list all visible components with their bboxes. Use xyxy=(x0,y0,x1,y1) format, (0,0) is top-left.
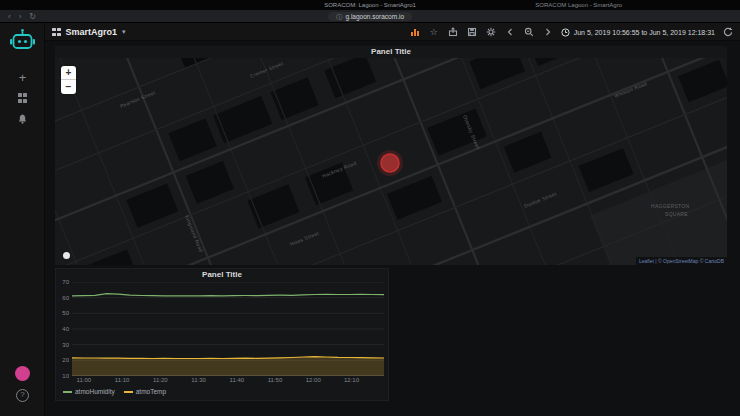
share-button[interactable] xyxy=(447,25,459,39)
screen: SORACOM: Lagoon - SmartAgro1 SORACOM Lag… xyxy=(0,0,740,416)
sidebar-item-alerting[interactable] xyxy=(0,113,45,125)
x-tick-label: 11:30 xyxy=(191,377,206,383)
sidebar: + ? xyxy=(0,23,45,416)
x-tick-label: 11:10 xyxy=(115,377,130,383)
x-tick-label: 11:00 xyxy=(77,377,92,383)
soracom-lagoon-logo-icon xyxy=(9,27,36,54)
legend-swatch xyxy=(124,391,133,393)
sidebar-item-create[interactable]: + xyxy=(0,71,45,84)
url-text: g.lagoon.soracom.io xyxy=(345,13,404,20)
zoom-out-icon xyxy=(524,27,534,37)
legend-swatch xyxy=(63,391,72,393)
reload-icon[interactable]: ↻ xyxy=(29,10,36,23)
sidebar-item-dashboards[interactable] xyxy=(0,93,45,103)
x-tick-label: 11:50 xyxy=(268,377,283,383)
y-tick-label: 70 xyxy=(62,279,69,285)
y-tick-label: 20 xyxy=(62,357,69,363)
y-tick-label: 50 xyxy=(62,310,69,316)
site-info-icon[interactable]: ⓘ xyxy=(336,13,343,20)
map[interactable]: Pearson StreetCremer StreetHackney RoadK… xyxy=(55,58,727,265)
attribution-toggle[interactable] xyxy=(63,252,70,259)
share-icon xyxy=(448,27,458,37)
legend-label: atmoTemp xyxy=(136,388,166,395)
map-panel-title[interactable]: Panel Title xyxy=(55,46,727,58)
browser-tab[interactable]: SORACOM: Lagoon - SmartAgro1 xyxy=(0,0,740,10)
tab-title: SORACOM: Lagoon - SmartAgro1 xyxy=(324,2,416,8)
plot-area[interactable] xyxy=(72,282,384,376)
sidebar-logo[interactable] xyxy=(0,27,45,54)
dashboard-icon xyxy=(52,28,61,37)
browser-nav-controls: ‹ › ↻ xyxy=(8,10,36,23)
street-label: HAGGERSTON xyxy=(651,203,690,209)
zoom-out-button[interactable] xyxy=(523,25,535,39)
chevron-down-icon[interactable]: ▾ xyxy=(122,28,126,36)
settings-button[interactable] xyxy=(485,25,497,39)
x-tick-label: 12:10 xyxy=(344,377,359,383)
gear-icon xyxy=(486,27,496,37)
dashboards-icon xyxy=(18,93,28,103)
y-tick-label: 40 xyxy=(62,326,69,332)
legend-label: atmoHumidity xyxy=(75,388,115,395)
x-tick-label: 12:00 xyxy=(306,377,321,383)
bar-chart-icon xyxy=(410,27,420,37)
clock-icon xyxy=(561,28,570,37)
graph-panel-title[interactable]: Panel Title xyxy=(56,269,388,281)
bar-chart-button[interactable] xyxy=(409,25,421,39)
map-panel: Panel Title xyxy=(55,46,727,265)
y-tick-label: 10 xyxy=(62,373,69,379)
time-series-chart xyxy=(72,282,384,376)
time-range-picker[interactable]: Jun 5, 2019 10:56:55 to Jun 5, 2019 12:1… xyxy=(561,28,715,37)
save-icon xyxy=(467,27,477,37)
legend-item-atmoHumidity[interactable]: atmoHumidity xyxy=(63,388,115,395)
sidebar-item-profile[interactable] xyxy=(0,366,45,381)
y-tick-label: 30 xyxy=(62,342,69,348)
chart-legend: atmoHumidityatmoTemp xyxy=(63,388,166,395)
chevron-left-icon xyxy=(506,27,514,37)
forward-icon[interactable]: › xyxy=(19,10,22,23)
zoom-out-button-map[interactable]: − xyxy=(61,80,76,94)
series-line-atmoHumidity xyxy=(72,294,384,296)
legend-item-atmoTemp[interactable]: atmoTemp xyxy=(124,388,166,395)
x-tick-label: 11:40 xyxy=(229,377,244,383)
avatar xyxy=(15,366,30,381)
graph-panel: Panel Title 70605040302010 11:0011:1011:… xyxy=(55,268,389,401)
save-button[interactable] xyxy=(466,25,478,39)
y-tick-label: 60 xyxy=(62,295,69,301)
star-icon: ☆ xyxy=(430,28,438,37)
window-title: SORACOM Lagoon - SmartAgro xyxy=(535,0,622,10)
map-tiles: Pearson StreetCremer StreetHackney RoadK… xyxy=(55,58,727,265)
refresh-button[interactable] xyxy=(722,25,734,39)
zoom-in-button[interactable]: + xyxy=(61,66,76,80)
street-label: SQUARE xyxy=(665,211,688,217)
x-axis-labels: 11:0011:1011:2011:3011:4011:5012:0012:10 xyxy=(72,377,384,385)
plus-icon: + xyxy=(19,71,27,84)
refresh-icon xyxy=(723,27,733,37)
chevron-right-icon xyxy=(544,27,552,37)
map-marker[interactable] xyxy=(377,150,403,176)
sidebar-item-help[interactable]: ? xyxy=(0,389,45,402)
time-shift-forward-button[interactable] xyxy=(542,25,554,39)
top-navbar: SmartAgro1 ▾ ☆ xyxy=(0,23,740,41)
map-attribution[interactable]: Leaflet | © OpenStreetMap © CartoDB xyxy=(636,257,727,265)
back-icon[interactable]: ‹ xyxy=(8,10,11,23)
x-tick-label: 11:20 xyxy=(153,377,168,383)
time-range-text: Jun 5, 2019 10:56:55 to Jun 5, 2019 12:1… xyxy=(574,29,715,36)
y-axis-labels: 70605040302010 xyxy=(56,269,71,389)
browser-tab-strip: SORACOM: Lagoon - SmartAgro1 SORACOM Lag… xyxy=(0,0,740,10)
dashboard-title[interactable]: SmartAgro1 xyxy=(66,27,118,37)
url-field[interactable]: ⓘg.lagoon.soracom.io xyxy=(328,12,412,21)
star-button[interactable]: ☆ xyxy=(428,25,440,39)
help-icon: ? xyxy=(16,389,29,402)
time-shift-back-button[interactable] xyxy=(504,25,516,39)
map-zoom-control: + − xyxy=(61,66,76,94)
browser-url-bar: ‹ › ↻ ⓘg.lagoon.soracom.io xyxy=(0,10,740,23)
bell-icon xyxy=(17,113,28,125)
